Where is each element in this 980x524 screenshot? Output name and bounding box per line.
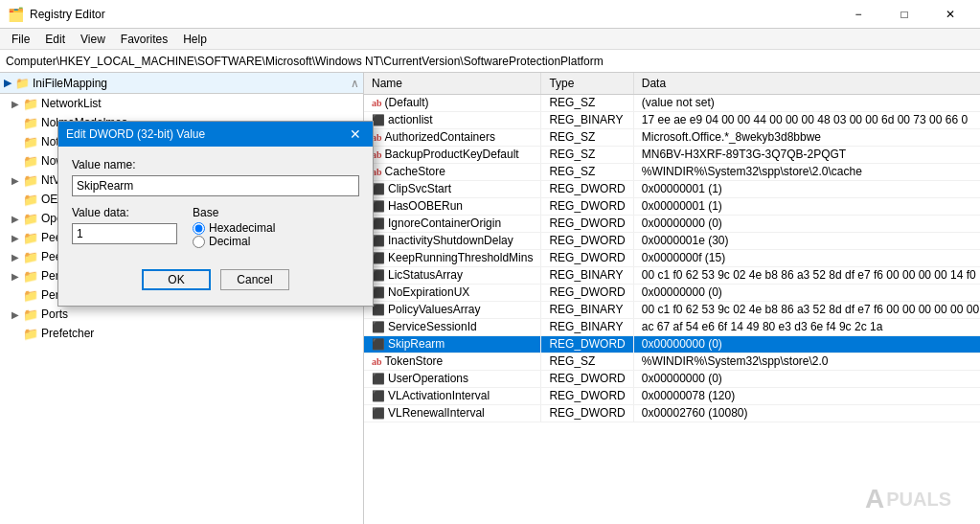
table-row[interactable]: ⬛VLRenewalInterval REG_DWORD 0x00002760 … bbox=[364, 404, 980, 421]
value-name-label: Value name: bbox=[72, 158, 359, 171]
cell-name: ⬛UserOperations bbox=[364, 370, 541, 387]
table-row[interactable]: ⬛LicStatusArray REG_BINARY 00 c1 f0 62 5… bbox=[364, 266, 980, 284]
cell-data: 0x00000078 (120) bbox=[633, 387, 980, 404]
table-row[interactable]: ⬛PolicyValuesArray REG_BINARY 00 c1 f0 6… bbox=[364, 301, 980, 318]
value-data-group: Value data: bbox=[72, 206, 177, 244]
cell-data: MN6BV-H3XRF-89T3G-3Q7QB-2PQGT bbox=[633, 146, 980, 163]
table-row[interactable]: ⬛NoExpirationUX REG_DWORD 0x00000000 (0) bbox=[364, 284, 980, 301]
folder-icon: 📁 bbox=[23, 135, 38, 149]
cell-data: 0x00000001 (1) bbox=[633, 197, 980, 215]
folder-icon: 📁 bbox=[23, 212, 38, 226]
maximize-button[interactable]: □ bbox=[882, 4, 926, 25]
tree-arrow: ▶ bbox=[8, 99, 23, 109]
ok-button[interactable]: OK bbox=[142, 269, 211, 290]
cell-type: REG_DWORD bbox=[541, 404, 633, 421]
folder-icon: 📁 bbox=[23, 288, 38, 303]
cell-name: ⬛SkipRearm bbox=[364, 335, 541, 353]
cell-type: REG_SZ bbox=[541, 353, 633, 370]
tree-arrow: ▶ bbox=[8, 309, 23, 320]
folder-icon: 📁 bbox=[23, 173, 38, 188]
dialog-body: Value name: Value data: Base Hexadecimal bbox=[58, 147, 373, 306]
cell-data: (value not set) bbox=[633, 94, 980, 111]
tree-item-networklist[interactable]: ▶ 📁 NetworkList bbox=[0, 94, 363, 113]
cell-name: abTokenStore bbox=[364, 353, 541, 370]
menu-bar: File Edit View Favorites Help bbox=[0, 29, 980, 50]
cell-type: REG_DWORD bbox=[541, 249, 633, 266]
cell-name: ⬛VLRenewalInterval bbox=[364, 404, 541, 421]
cell-name: abBackupProductKeyDefault bbox=[364, 146, 541, 163]
tree-label: Prefetcher bbox=[41, 327, 94, 340]
menu-help[interactable]: Help bbox=[175, 31, 215, 47]
address-bar: Computer\HKEY_LOCAL_MACHINE\SOFTWARE\Mic… bbox=[0, 50, 980, 73]
folder-icon: 📁 bbox=[23, 327, 38, 341]
cell-name: ⬛HasOOBERun bbox=[364, 197, 541, 215]
cell-type: REG_SZ bbox=[541, 94, 633, 111]
menu-edit[interactable]: Edit bbox=[37, 31, 73, 47]
cell-type: REG_SZ bbox=[541, 146, 633, 163]
dialog-close-button[interactable]: ✕ bbox=[346, 125, 365, 144]
table-row[interactable]: abBackupProductKeyDefault REG_SZ MN6BV-H… bbox=[364, 146, 980, 163]
table-row[interactable]: ⬛ClipSvcStart REG_DWORD 0x00000001 (1) bbox=[364, 180, 980, 197]
folder-icon: 📁 bbox=[23, 231, 38, 245]
col-type[interactable]: Type bbox=[541, 73, 633, 94]
table-row[interactable]: ab(Default) REG_SZ (value not set) bbox=[364, 94, 980, 111]
cell-type: REG_DWORD bbox=[541, 387, 633, 404]
table-row[interactable]: abCacheStore REG_SZ %WINDIR%\System32\sp… bbox=[364, 163, 980, 180]
cell-type: REG_SZ bbox=[541, 128, 633, 146]
dialog-title-bar: Edit DWORD (32-bit) Value ✕ bbox=[58, 122, 373, 147]
cell-data: 00 c1 f0 62 53 9c 02 4e b8 86 a3 52 8d d… bbox=[633, 266, 980, 284]
hexadecimal-radio[interactable] bbox=[193, 222, 205, 235]
menu-favorites[interactable]: Favorites bbox=[113, 31, 175, 47]
dialog-title: Edit DWORD (32-bit) Value bbox=[66, 127, 205, 141]
reg-ab-icon: ab bbox=[372, 356, 382, 367]
reg-ab-icon: ab bbox=[372, 98, 382, 108]
cell-type: REG_BINARY bbox=[541, 301, 633, 318]
table-row[interactable]: ⬛IgnoreContainerOrigin REG_DWORD 0x00000… bbox=[364, 215, 980, 232]
tree-item-ports[interactable]: ▶ 📁 Ports bbox=[0, 305, 363, 324]
table-row[interactable]: ⬛actionlist REG_BINARY 17 ee ae e9 04 00… bbox=[364, 111, 980, 128]
decimal-radio-row: Decimal bbox=[193, 235, 275, 248]
table-row[interactable]: ⬛InactivityShutdownDelay REG_DWORD 0x000… bbox=[364, 232, 980, 249]
table-row[interactable]: ⬛HasOOBERun REG_DWORD 0x00000001 (1) bbox=[364, 197, 980, 215]
cancel-button[interactable]: Cancel bbox=[220, 269, 289, 290]
tree-arrow: ▶ bbox=[8, 175, 23, 186]
minimize-button[interactable]: − bbox=[836, 4, 880, 25]
cell-name: ⬛IgnoreContainerOrigin bbox=[364, 215, 541, 232]
value-name-input[interactable] bbox=[72, 175, 359, 196]
cell-type: REG_DWORD bbox=[541, 215, 633, 232]
cell-type: REG_DWORD bbox=[541, 180, 633, 197]
tree-inifilemapping[interactable]: IniFileMapping bbox=[33, 77, 107, 90]
table-row[interactable]: abAuthorizedContainers REG_SZ Microsoft.… bbox=[364, 128, 980, 146]
col-data[interactable]: Data bbox=[633, 73, 980, 94]
tree-arrow: ▶ bbox=[8, 233, 23, 243]
folder-icon: 📁 bbox=[23, 154, 38, 169]
table-row[interactable]: abTokenStore REG_SZ %WINDIR%\System32\sp… bbox=[364, 353, 980, 370]
cell-type: REG_BINARY bbox=[541, 318, 633, 335]
close-button[interactable]: ✕ bbox=[928, 4, 972, 25]
menu-file[interactable]: File bbox=[4, 31, 37, 47]
reg-dword-icon: ⬛ bbox=[372, 200, 385, 212]
col-name[interactable]: Name bbox=[364, 73, 541, 94]
title-bar: 🗂️ Registry Editor − □ ✕ bbox=[0, 0, 980, 29]
folder-icon: 📁 bbox=[23, 97, 38, 111]
registry-scroll[interactable]: Name Type Data ab(Default) REG_SZ (value… bbox=[364, 73, 980, 524]
reg-dword-icon: ⬛ bbox=[372, 183, 385, 194]
value-data-input[interactable] bbox=[72, 223, 177, 244]
folder-icon: 📁 bbox=[23, 116, 38, 130]
cell-name: ⬛NoExpirationUX bbox=[364, 284, 541, 301]
reg-bin-icon: ⬛ bbox=[372, 269, 385, 281]
decimal-radio[interactable] bbox=[193, 236, 205, 248]
cell-type: REG_DWORD bbox=[541, 335, 633, 353]
cell-data: 0x0000000f (15) bbox=[633, 249, 980, 266]
base-group: Base Hexadecimal Decimal bbox=[193, 206, 275, 248]
cell-name: ab(Default) bbox=[364, 94, 541, 111]
table-row[interactable]: ⬛UserOperations REG_DWORD 0x00000000 (0) bbox=[364, 370, 980, 387]
table-row[interactable]: ⬛ServiceSessionId REG_BINARY ac 67 af 54… bbox=[364, 318, 980, 335]
table-row[interactable]: ⬛KeepRunningThresholdMins REG_DWORD 0x00… bbox=[364, 249, 980, 266]
table-row[interactable]: ⬛SkipRearm REG_DWORD 0x00000000 (0) bbox=[364, 335, 980, 353]
table-row[interactable]: ⬛VLActivationInterval REG_DWORD 0x000000… bbox=[364, 387, 980, 404]
folder-icon: 📁 bbox=[23, 269, 38, 284]
tree-item-prefetcher[interactable]: 📁 Prefetcher bbox=[0, 324, 363, 343]
menu-view[interactable]: View bbox=[73, 31, 113, 47]
tree-arrow: ▶ bbox=[8, 271, 23, 282]
